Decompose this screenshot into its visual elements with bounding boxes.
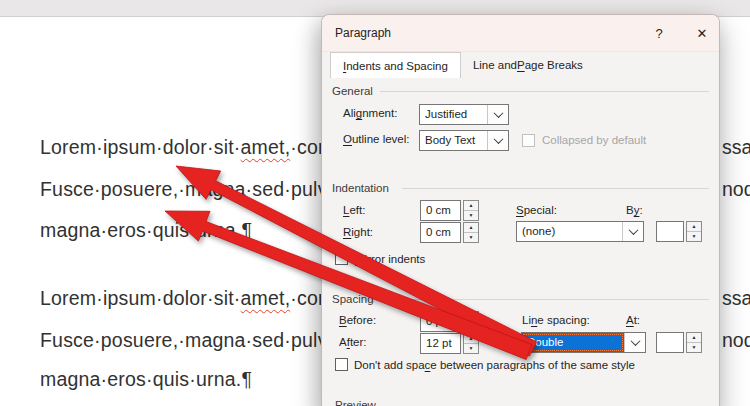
doc-paragraph2-line1: Lorem·ipsum·dolor·sit·amet,·consec	[40, 287, 360, 310]
word-document-canvas: Lorem·ipsum·dolor·sit·amet,·consec Fusce…	[0, 0, 750, 406]
spacing-before-label: Before:	[339, 314, 376, 326]
spacing-before-stepper[interactable]: 0 pt ▲▼	[420, 311, 479, 332]
group-label-indentation: Indentation	[332, 182, 389, 194]
dont-add-space-checkbox[interactable]	[335, 358, 348, 371]
alignment-dropdown[interactable]: Justified	[419, 104, 509, 125]
spin-up-icon[interactable]: ▲	[687, 333, 701, 343]
doc-text-misspelled: amet,	[241, 287, 291, 309]
mirror-indents-checkbox[interactable]	[335, 252, 348, 265]
spacing-before-value[interactable]: 0 pt	[420, 311, 461, 332]
group-divider	[402, 188, 709, 189]
help-button[interactable]: ?	[644, 15, 674, 52]
doc-edge-fragment: ssa	[722, 287, 750, 310]
chevron-down-icon[interactable]	[624, 333, 645, 352]
paragraph-dialog: Paragraph ? ✕ Indents and Spacing Line a…	[321, 14, 720, 406]
spin-down-icon[interactable]: ▼	[687, 232, 701, 241]
indent-right-label: Right:	[343, 226, 373, 238]
chevron-down-icon[interactable]	[622, 222, 643, 241]
mirror-indents-label[interactable]: Mirror indents	[355, 253, 425, 265]
collapsed-by-default-label: Collapsed by default	[542, 134, 646, 146]
stepper-buttons[interactable]: ▲▼	[463, 222, 479, 243]
dont-add-space-label[interactable]: Don't add space between paragraphs of th…	[354, 359, 635, 371]
spin-down-icon[interactable]: ▼	[687, 343, 701, 352]
alignment-value: Justified	[420, 105, 487, 124]
spin-down-icon[interactable]: ▼	[464, 211, 478, 220]
dialog-tabs: Indents and Spacing Line and Page Breaks	[330, 52, 595, 78]
special-label: Special:	[516, 204, 557, 216]
outline-level-label: Outline level:	[343, 133, 410, 145]
doc-paragraph1-line1: Lorem·ipsum·dolor·sit·amet,·consec	[40, 136, 360, 159]
stepper-buttons[interactable]: ▲▼	[463, 311, 479, 332]
doc-edge-fragment: ssa	[722, 136, 750, 159]
doc-paragraph1-line3: magna·eros·quis·urna.¶	[40, 219, 252, 242]
group-divider	[380, 91, 709, 92]
outline-level-dropdown[interactable]: Body Text	[419, 130, 509, 151]
group-label-preview: Preview	[335, 399, 376, 406]
by-label: By:	[626, 204, 643, 216]
stepper-buttons[interactable]: ▲▼	[686, 221, 702, 242]
spacing-after-label: After:	[339, 336, 367, 348]
line-spacing-label: Line spacing:	[522, 314, 590, 326]
collapsed-by-default-checkbox	[522, 134, 535, 147]
tab-line-and-page-breaks[interactable]: Line and Page Breaks	[461, 52, 595, 78]
at-label: At:	[626, 314, 640, 326]
dialog-title: Paragraph	[335, 15, 391, 52]
indent-right-value[interactable]: 0 cm	[420, 222, 461, 243]
spin-down-icon[interactable]: ▼	[464, 344, 478, 353]
at-value[interactable]	[656, 332, 684, 353]
by-value[interactable]	[656, 221, 684, 242]
spin-up-icon[interactable]: ▲	[464, 312, 478, 322]
doc-text: Lorem·ipsum·dolor·sit·	[40, 287, 241, 309]
spacing-after-stepper[interactable]: 12 pt ▲▼	[420, 333, 479, 354]
alignment-label: Alignment:	[343, 107, 397, 119]
spin-down-icon[interactable]: ▼	[464, 322, 478, 331]
doc-edge-fragment: nod	[722, 329, 750, 352]
indent-left-label: Left:	[343, 204, 365, 216]
doc-edge-fragment: nod	[722, 178, 750, 201]
spin-up-icon[interactable]: ▲	[687, 222, 701, 232]
spin-down-icon[interactable]: ▼	[464, 233, 478, 242]
doc-text: Lorem·ipsum·dolor·sit·	[40, 136, 241, 158]
indent-left-value[interactable]: 0 cm	[420, 200, 461, 221]
chevron-down-icon[interactable]	[487, 131, 508, 150]
group-divider	[380, 299, 709, 300]
group-label-general: General	[332, 85, 373, 97]
doc-paragraph2-line3: magna·eros·quis·urna.¶	[40, 368, 252, 391]
special-value: (none)	[517, 222, 622, 241]
spin-up-icon[interactable]: ▲	[464, 223, 478, 233]
spacing-after-value[interactable]: 12 pt	[420, 333, 461, 354]
special-dropdown[interactable]: (none)	[516, 221, 644, 242]
by-stepper[interactable]: ▲▼	[656, 221, 702, 242]
stepper-buttons[interactable]: ▲▼	[463, 200, 479, 221]
close-icon[interactable]: ✕	[687, 15, 717, 52]
line-spacing-dropdown[interactable]: Double	[521, 332, 646, 353]
spin-up-icon[interactable]: ▲	[464, 334, 478, 344]
line-spacing-value: Double	[522, 333, 624, 352]
outline-level-value: Body Text	[420, 131, 487, 150]
stepper-buttons[interactable]: ▲▼	[463, 333, 479, 354]
tab-indents-and-spacing[interactable]: Indents and Spacing	[330, 52, 461, 78]
at-stepper[interactable]: ▲▼	[656, 332, 702, 353]
indent-right-stepper[interactable]: 0 cm ▲▼	[420, 222, 479, 243]
stepper-buttons[interactable]: ▲▼	[686, 332, 702, 353]
chevron-down-icon[interactable]	[487, 105, 508, 124]
group-label-spacing: Spacing	[332, 293, 374, 305]
indent-left-stepper[interactable]: 0 cm ▲▼	[420, 200, 479, 221]
spin-up-icon[interactable]: ▲	[464, 201, 478, 211]
doc-text-misspelled: amet,	[241, 136, 291, 158]
